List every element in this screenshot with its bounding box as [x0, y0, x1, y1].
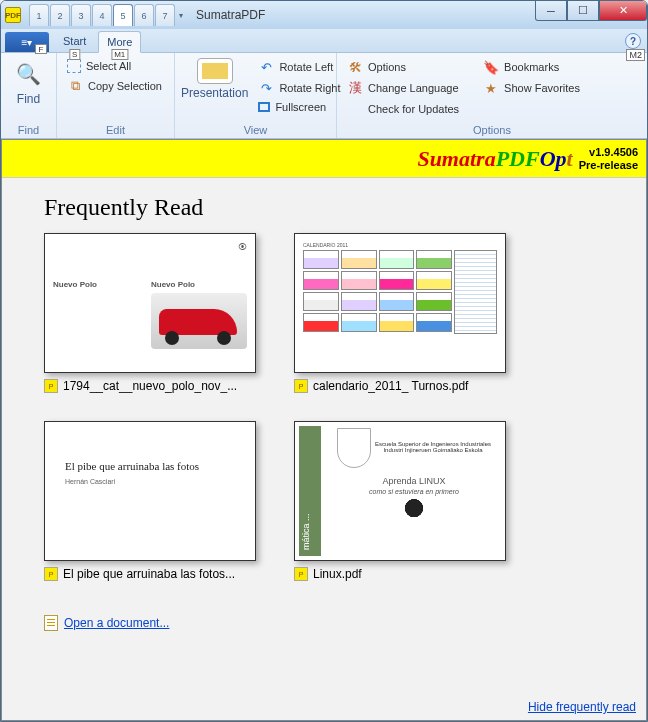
copy-icon: ⧉	[67, 78, 83, 94]
preview-title: El pibe que arruinaba las fotos	[65, 460, 235, 472]
fullscreen-label: Fullscreen	[275, 101, 326, 113]
bookmarks-label: Bookmarks	[504, 61, 559, 73]
doc-filename: Linux.pdf	[313, 567, 362, 581]
copy-selection-label: Copy Selection	[88, 80, 162, 92]
tab-more-keyhint: M1	[111, 49, 128, 60]
file-tab[interactable]: ≡▾ F	[5, 32, 49, 52]
quick-access-toolbar: 1 2 3 4 5 6 7 ▾	[29, 4, 186, 26]
favorites-icon: ★	[483, 80, 499, 96]
select-all-label: Select All	[86, 60, 131, 72]
app-window: PDF 1 2 3 4 5 6 7 ▾ SumatraPDF ─ ☐ ✕ ≡▾ …	[0, 0, 648, 722]
preview-side: mática ...	[299, 426, 321, 556]
version-number: v1.9.4506	[579, 146, 638, 158]
document-icon	[44, 615, 58, 631]
qat-tab-3[interactable]: 3	[71, 4, 91, 26]
presentation-button[interactable]: Presentation	[181, 56, 248, 122]
options-button[interactable]: 🛠 Options	[343, 58, 463, 76]
maximize-button[interactable]: ☐	[567, 1, 599, 21]
preview-author: Hernán Casciari	[65, 478, 235, 485]
qat-dropdown-icon[interactable]: ▾	[176, 4, 186, 26]
rotate-right-icon: ↷	[258, 80, 274, 96]
qat-tab-7[interactable]: 7	[155, 4, 175, 26]
tux-icon	[403, 499, 425, 525]
bookmarks-icon: 🔖	[483, 59, 499, 75]
pdf-icon: P	[44, 379, 58, 393]
find-button-label: Find	[17, 92, 40, 106]
qat-tab-2[interactable]: 2	[50, 4, 70, 26]
ribbon-group-view: Presentation ↶ Rotate Left ↷ Rotate Righ…	[175, 53, 337, 138]
find-button[interactable]: 🔍 Find	[7, 56, 50, 122]
ribbon-group-find: 🔍 Find Find	[1, 53, 57, 138]
rotate-left-icon: ↶	[258, 59, 274, 75]
pre-release-label: Pre-release	[579, 159, 638, 171]
car-image	[151, 293, 247, 349]
doc-thumb-linux[interactable]: mática ... Escuela Superior de Ingeniero…	[294, 421, 514, 581]
brand-logo: SumatraPDFOpt	[417, 146, 572, 172]
rotate-left-button[interactable]: ↶ Rotate Left	[254, 58, 344, 76]
tab-more[interactable]: More M1	[98, 31, 141, 53]
preview-uni: Escuela Superior de Ingenieros Industria…	[375, 441, 491, 453]
brand-part-3: Op	[540, 146, 567, 171]
content-frame: SumatraPDFOpt v1.9.4506 Pre-release Freq…	[1, 139, 647, 721]
presentation-icon	[197, 58, 233, 84]
ribbon-group-options-label: Options	[343, 122, 641, 138]
window-title: SumatraPDF	[196, 8, 265, 22]
doc-preview: El pibe que arruinaba las fotos Hernán C…	[44, 421, 256, 561]
tab-more-label: More	[107, 36, 132, 48]
brand-part-2: PDF	[496, 146, 540, 171]
thumbnail-grid: ⦿ Nuevo Polo Nuevo Polo	[44, 233, 604, 581]
ribbon-group-edit: Select All ⧉ Copy Selection Edit	[57, 53, 175, 138]
file-menu-icon: ≡▾	[22, 37, 33, 48]
qat-tab-6[interactable]: 6	[134, 4, 154, 26]
rotate-right-button[interactable]: ↷ Rotate Right	[254, 79, 344, 97]
bookmarks-button[interactable]: 🔖 Bookmarks	[479, 58, 584, 76]
open-document-row: Open a document...	[44, 615, 604, 631]
copy-selection-button[interactable]: ⧉ Copy Selection	[63, 77, 166, 95]
titlebar: PDF 1 2 3 4 5 6 7 ▾ SumatraPDF ─ ☐ ✕	[1, 1, 647, 29]
change-language-label: Change Language	[368, 82, 459, 94]
ribbon-group-edit-label: Edit	[63, 122, 168, 138]
doc-thumb-pibe[interactable]: El pibe que arruinaba las fotos Hernán C…	[44, 421, 264, 581]
ribbon-group-view-label: View	[181, 122, 330, 138]
rotate-right-label: Rotate Right	[279, 82, 340, 94]
doc-thumb-calendario[interactable]: CALENDARIO 2011	[294, 233, 514, 393]
tab-start-keyhint: S	[69, 49, 80, 60]
preview-sub: como si estuviera en primero	[369, 488, 459, 495]
ribbon-group-options: 🛠 Options 漢 Change Language Check for Up…	[337, 53, 647, 138]
select-all-button[interactable]: Select All	[63, 58, 166, 74]
help-button[interactable]: ?	[625, 33, 641, 49]
doc-thumb-polo[interactable]: ⦿ Nuevo Polo Nuevo Polo	[44, 233, 264, 393]
language-icon: 漢	[347, 80, 363, 96]
tab-start[interactable]: Start S	[55, 30, 94, 52]
minimize-button[interactable]: ─	[535, 1, 567, 21]
doc-filename: El pibe que arruinaba las fotos...	[63, 567, 235, 581]
show-favorites-button[interactable]: ★ Show Favorites	[479, 79, 584, 97]
shield-icon	[337, 428, 371, 468]
app-icon: PDF	[5, 7, 21, 23]
ribbon-group-find-label: Find	[7, 122, 50, 138]
help-keyhint: M2	[626, 49, 645, 61]
preview-text: Nuevo Polo	[151, 280, 247, 289]
check-updates-label: Check for Updates	[368, 103, 459, 115]
qat-tab-1[interactable]: 1	[29, 4, 49, 26]
close-button[interactable]: ✕	[599, 1, 647, 21]
frequently-read-heading: Frequently Read	[44, 194, 604, 221]
qat-tab-5[interactable]: 5	[113, 4, 133, 26]
presentation-label: Presentation	[181, 86, 248, 100]
calendar-preview	[303, 250, 497, 334]
qat-tab-4[interactable]: 4	[92, 4, 112, 26]
ribbon-tab-strip: ≡▾ F Start S More M1 ? M2	[1, 29, 647, 53]
hide-frequently-read-link[interactable]: Hide frequently read	[528, 700, 636, 714]
brand-banner: SumatraPDFOpt v1.9.4506 Pre-release	[2, 140, 646, 178]
ribbon: 🔍 Find Find Select All ⧉ Copy Selection	[1, 53, 647, 139]
change-language-button[interactable]: 漢 Change Language	[343, 79, 463, 97]
pdf-icon: P	[294, 379, 308, 393]
find-icon: 🔍	[13, 58, 45, 90]
rotate-left-label: Rotate Left	[279, 61, 333, 73]
pdf-icon: P	[44, 567, 58, 581]
check-updates-button[interactable]: Check for Updates	[343, 100, 463, 118]
open-document-link[interactable]: Open a document...	[64, 616, 169, 630]
options-icon: 🛠	[347, 59, 363, 75]
fullscreen-button[interactable]: Fullscreen	[254, 100, 344, 114]
fullscreen-icon	[258, 102, 270, 112]
